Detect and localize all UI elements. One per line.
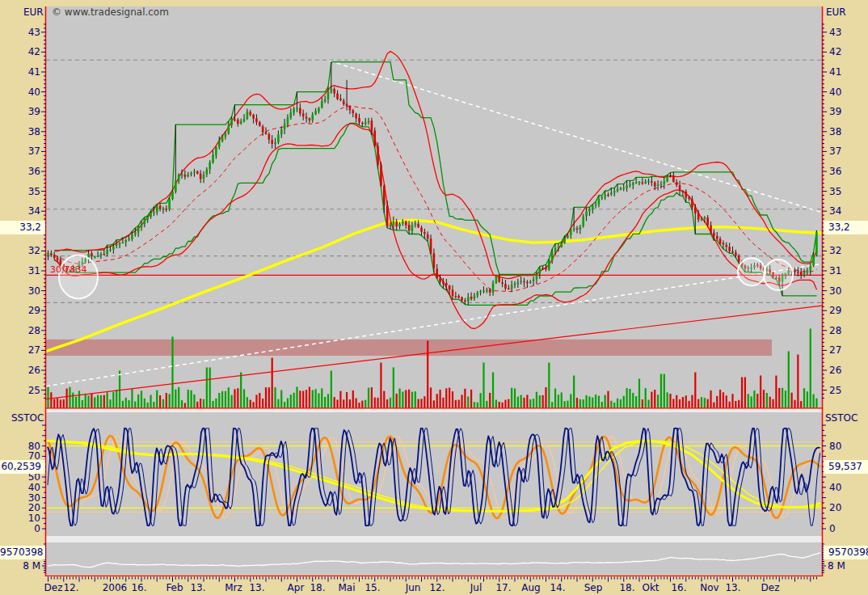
x-axis-label-18: 18. xyxy=(619,582,634,593)
axis-tick-label: 27 xyxy=(28,344,40,356)
watermark: © www.tradesignal.com xyxy=(52,6,169,18)
axis-tick-label: 35 xyxy=(829,186,841,197)
x-axis-label-Dez: Dez xyxy=(761,582,780,593)
x-axis-label-Aug: Aug xyxy=(521,582,540,593)
x-axis-label-2006: 2006 xyxy=(103,582,128,593)
price-axis-title-left: EUR xyxy=(23,6,44,18)
axis-tick-label: 43 xyxy=(28,27,40,38)
axis-tick-label: 41 xyxy=(829,66,841,78)
volume-axis-label-right: 8 M xyxy=(828,560,845,572)
trading-chart-window: 4343424241414040393938383737363635353434… xyxy=(0,0,868,595)
x-axis-label-13: 13. xyxy=(725,582,740,593)
x-axis-label-16: 16. xyxy=(131,582,146,593)
last-price-badge-left: 33,2 xyxy=(0,221,45,234)
support-resistance-band xyxy=(46,340,772,356)
axis-tick-label: 43 xyxy=(829,27,841,38)
axis-tick-label: 36 xyxy=(28,166,40,177)
axis-tick-label: 37 xyxy=(829,146,841,157)
axis-tick-label: 25 xyxy=(829,385,841,396)
x-axis-label-Okt: Okt xyxy=(642,582,659,593)
x-axis-label-16: 16. xyxy=(671,582,686,593)
x-axis-label-Mai: Mai xyxy=(338,582,355,593)
x-axis-label-Apr: Apr xyxy=(288,582,305,593)
axis-tick-label: 28 xyxy=(28,325,40,336)
axis-tick-label: 39 xyxy=(829,106,841,117)
sstoc-last-badge-left: 60,2539 xyxy=(0,460,45,474)
axis-tick-label: 80 xyxy=(829,441,841,452)
axis-tick-label: 30 xyxy=(829,285,841,297)
sstoc-panel-title-right: SSTOC xyxy=(825,412,857,424)
axis-tick-label: 30 xyxy=(28,285,40,297)
x-axis-label-Jul: Jul xyxy=(470,582,482,593)
axis-tick-label: 40 xyxy=(829,482,841,493)
axis-tick-label: 26 xyxy=(28,365,40,376)
last-price-badge-right: 33,2 xyxy=(824,221,868,234)
x-axis-label-14: 14. xyxy=(550,582,565,593)
axis-tick-label: 32 xyxy=(829,245,841,256)
axis-tick-label: 36 xyxy=(829,166,841,177)
axis-tick-label: 32 xyxy=(28,245,40,256)
x-axis-label-18: 18. xyxy=(310,582,325,593)
axis-tick-label: 28 xyxy=(829,325,841,336)
highlight-circle xyxy=(764,260,793,290)
x-axis-label-12: 12. xyxy=(63,582,78,593)
volume-last-badge-left: 9570398 xyxy=(0,546,45,559)
x-axis-label-Nov: Nov xyxy=(700,582,718,593)
axis-tick-label: 27 xyxy=(829,344,841,356)
sstoc-last-badge-right: 59,537 xyxy=(824,460,868,474)
volume-last-badge-right: 9570398 xyxy=(824,546,868,559)
x-axis-label-Dez: Dez xyxy=(44,582,63,593)
sstoc-panel-title-left: SSTOC xyxy=(11,412,44,424)
axis-tick-label: 42 xyxy=(829,46,841,57)
highlight-circle xyxy=(738,258,765,285)
support-band xyxy=(46,340,772,356)
axis-tick-label: 31 xyxy=(28,265,40,276)
axis-tick-label: 34 xyxy=(829,205,841,217)
horizontal-level-label: 30,7834 xyxy=(50,264,87,275)
axis-tick-label: 38 xyxy=(28,126,40,137)
axis-tick-label: 26 xyxy=(829,365,841,376)
axis-tick-label: 38 xyxy=(829,126,841,137)
axis-tick-label: 35 xyxy=(28,186,40,197)
x-axis-label-17: 17. xyxy=(495,582,511,593)
x-axis-label-Mrz: Mrz xyxy=(225,582,242,593)
x-axis-labels: Dez12.200616.Feb13.Mrz13.Apr18.Mai15.Jun… xyxy=(44,582,780,593)
axis-tick-label: 39 xyxy=(28,106,40,117)
axis-tick-label: 37 xyxy=(28,146,40,157)
axis-tick-label: 29 xyxy=(829,305,841,316)
axis-tick-label: 41 xyxy=(28,66,40,78)
price-axis-title-right: EUR xyxy=(826,6,846,18)
axis-tick-label: 0 xyxy=(34,523,40,534)
x-axis-label-Jun: Jun xyxy=(405,582,421,593)
chart-canvas[interactable]: 4343424241414040393938383737363635353434… xyxy=(0,0,868,595)
highlight-circle xyxy=(59,255,98,298)
axis-tick-label: 40 xyxy=(829,87,841,98)
axis-tick-label: 25 xyxy=(28,385,40,396)
axis-tick-label: 20 xyxy=(829,502,841,513)
axis-tick-label: 40 xyxy=(28,87,40,98)
axis-tick-label: 0 xyxy=(829,523,836,534)
x-axis-label-13: 13. xyxy=(190,582,205,593)
x-axis-label-13: 13. xyxy=(249,582,264,593)
volume-axis-label-left: 8 M xyxy=(0,560,40,572)
axis-tick-label: 42 xyxy=(28,46,40,57)
x-axis-label-12: 12. xyxy=(429,582,445,593)
axis-tick-label: 29 xyxy=(28,305,40,316)
axis-tick-label: 34 xyxy=(28,205,40,217)
axis-tick-label: 31 xyxy=(829,265,841,276)
x-axis-label-15: 15. xyxy=(364,582,380,593)
x-axis-label-Sep: Sep xyxy=(584,582,603,593)
x-axis-label-Feb: Feb xyxy=(166,582,183,593)
